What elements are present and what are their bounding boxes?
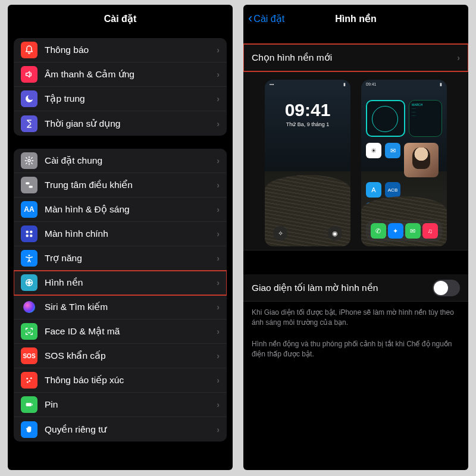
settings-row-label: Trợ năng: [45, 253, 217, 264]
settings-row-label: SOS khẩn cấp: [45, 350, 217, 361]
chevron-right-icon: ›: [217, 229, 220, 239]
settings-row-accessibility[interactable]: Trợ năng›: [14, 246, 227, 271]
gear-icon: [21, 152, 37, 169]
svg-rect-16: [26, 403, 32, 406]
chevron-right-icon: ›: [217, 253, 220, 263]
speaker-icon: [21, 66, 37, 83]
dim-wallpaper-row[interactable]: Giao diện tối làm mờ hình nền: [243, 274, 468, 302]
hand-icon: [21, 421, 37, 438]
photo-widget: [404, 143, 439, 177]
settings-row-hand[interactable]: Quyền riêng tư›: [14, 417, 227, 441]
svg-point-12: [26, 378, 28, 380]
settings-row-label: Tập trung: [45, 93, 217, 104]
messages-icon: ✉: [405, 223, 421, 239]
chevron-right-icon: ›: [217, 278, 220, 287]
settings-row-label: Thông báo tiếp xúc: [45, 375, 217, 386]
chevron-right-icon: ›: [217, 425, 220, 434]
footnote: Hình nền động và thu phóng phối cảnh bị …: [243, 328, 468, 360]
settings-row-switches[interactable]: Trung tâm điều khiển›: [14, 173, 227, 198]
settings-row-text-size[interactable]: AAMàn hình & Độ sáng›: [14, 198, 227, 222]
siri-icon: [21, 299, 37, 315]
flashlight-icon: ✧: [273, 226, 287, 240]
accessibility-icon: [21, 250, 37, 267]
settings-group: Thông báo›Âm thanh & Cảm ứng›Tập trung›T…: [14, 38, 227, 136]
svg-point-0: [28, 159, 30, 162]
settings-row-label: Quyền riêng tư: [45, 424, 217, 435]
grid-icon: [21, 226, 37, 242]
dim-wallpaper-toggle[interactable]: [433, 280, 460, 296]
svg-rect-6: [30, 234, 32, 237]
svg-rect-17: [32, 404, 33, 406]
settings-row-exposure[interactable]: Thông báo tiếp xúc›: [14, 368, 227, 393]
bell-icon: [21, 42, 37, 58]
settings-row-wallpaper[interactable]: Hình nền›: [14, 271, 227, 295]
settings-list: Thông báo›Âm thanh & Cảm ứng›Tập trung›T…: [8, 32, 233, 455]
settings-row-gear[interactable]: Cài đặt chung›: [14, 149, 227, 173]
chevron-right-icon: ›: [217, 45, 220, 55]
settings-row-label: Trung tâm điều khiển: [45, 180, 217, 190]
clock-widget: [366, 100, 405, 137]
chevron-right-icon: ›: [457, 53, 460, 62]
settings-row-sos[interactable]: SOSSOS khẩn cấp›: [14, 344, 227, 368]
chevron-right-icon: ›: [217, 156, 220, 165]
settings-row-moon[interactable]: Tập trung›: [14, 87, 227, 111]
svg-rect-5: [26, 234, 29, 237]
choose-new-wallpaper-row[interactable]: Chọn hình nền mới ›: [243, 44, 468, 71]
chevron-right-icon: ›: [217, 70, 220, 79]
settings-row-label: Cài đặt chung: [45, 155, 217, 166]
svg-point-11: [30, 331, 30, 331]
settings-row-faceid[interactable]: Face ID & Mật mã›: [14, 320, 227, 344]
home-screen-preview[interactable]: 09:41▮ MARCH··············· ☀ ✉ A ACB f: [361, 80, 447, 246]
settings-group: Cài đặt chung›Trung tâm điều khiển›AAMàn…: [14, 149, 227, 441]
chevron-right-icon: ›: [217, 205, 220, 214]
settings-row-label: Pin: [45, 399, 217, 410]
svg-point-13: [29, 380, 30, 382]
status-bar: •••▮: [265, 80, 350, 89]
wallpaper-previews: •••▮ 09:41 Thứ Ba, 9 tháng 1 ✧ ◉ 09:41▮: [243, 71, 468, 250]
camera-icon: ◉: [328, 226, 342, 240]
app-icon: ☀: [366, 143, 381, 158]
battery-icon: [21, 396, 37, 413]
text-size-icon: AA: [21, 201, 37, 218]
settings-row-label: Thông báo: [45, 45, 217, 55]
settings-row-battery[interactable]: Pin›: [14, 393, 227, 417]
svg-rect-1: [26, 182, 30, 184]
back-button[interactable]: ‹ Cài đặt: [248, 12, 284, 25]
page-title: Cài đặt: [104, 13, 136, 24]
wallpaper-icon: [21, 274, 37, 291]
settings-row-hourglass[interactable]: Thời gian sử dụng›: [14, 111, 227, 136]
svg-point-14: [30, 377, 32, 379]
lock-clock: 09:41 Thứ Ba, 9 tháng 1: [265, 100, 350, 127]
chevron-right-icon: ›: [217, 400, 220, 409]
settings-row-bell[interactable]: Thông báo›: [14, 38, 227, 62]
back-label: Cài đặt: [253, 13, 284, 24]
chevron-right-icon: ›: [217, 180, 220, 190]
svg-rect-2: [29, 186, 33, 187]
chevron-right-icon: ›: [217, 302, 220, 312]
hourglass-icon: [21, 115, 37, 132]
svg-point-7: [29, 255, 30, 256]
app-icon: ✉: [385, 143, 400, 158]
settings-row-siri[interactable]: Siri & Tìm kiếm›: [14, 295, 227, 320]
chevron-right-icon: ›: [217, 94, 220, 104]
exposure-icon: [21, 372, 37, 389]
settings-row-speaker[interactable]: Âm thanh & Cảm ứng›: [14, 62, 227, 87]
safari-icon: ✦: [388, 223, 403, 239]
app-icon: ACB: [385, 182, 400, 198]
music-icon: ♫: [422, 223, 438, 239]
settings-row-label: Siri & Tìm kiếm: [45, 302, 217, 312]
chevron-right-icon: ›: [217, 327, 220, 336]
wallpaper-screen: ‹ Cài đặt Hình nền Chọn hình nền mới › •…: [243, 5, 468, 470]
sos-icon: SOS: [21, 347, 37, 364]
calendar-widget: MARCH···············: [409, 100, 442, 137]
header: Cài đặt: [8, 5, 233, 32]
choose-new-wallpaper-label: Chọn hình nền mới: [252, 52, 457, 63]
chevron-right-icon: ›: [217, 119, 220, 129]
settings-row-label: Màn hình & Độ sáng: [45, 204, 217, 215]
dock: ✆ ✦ ✉ ♫: [366, 220, 442, 242]
settings-row-grid[interactable]: Màn hình chính›: [14, 222, 227, 246]
settings-row-label: Thời gian sử dụng: [45, 118, 217, 129]
settings-row-label: Hình nền: [45, 277, 217, 288]
svg-point-10: [27, 331, 28, 331]
lock-screen-preview[interactable]: •••▮ 09:41 Thứ Ba, 9 tháng 1 ✧ ◉: [265, 80, 350, 246]
